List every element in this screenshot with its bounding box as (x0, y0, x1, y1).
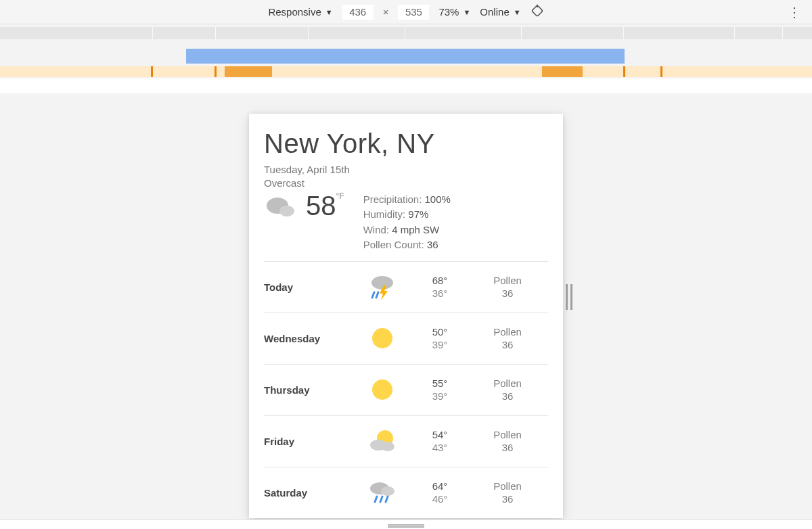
forecast-day: Wednesday (264, 333, 352, 344)
precip-label: Precipitation: (363, 193, 422, 205)
chevron-down-icon: ▼ (463, 8, 470, 16)
ruler-tick (308, 27, 309, 39)
forecast-sunny-icon (352, 375, 413, 405)
forecast-day: Today (264, 281, 352, 293)
pollen-count-label: Pollen Count: (363, 239, 424, 250)
svg-point-8 (372, 328, 392, 348)
network-select[interactable]: Online ▼ (480, 6, 520, 18)
forecast-day: Friday (264, 436, 352, 447)
kebab-icon: ⋮ (788, 5, 801, 20)
resize-handle-right[interactable] (566, 284, 572, 310)
media-query-segment[interactable] (225, 66, 272, 77)
wind-label: Wind: (363, 224, 389, 235)
svg-point-3 (279, 206, 294, 216)
svg-line-15 (375, 497, 377, 502)
forecast-pollen-label: Pollen (467, 325, 548, 339)
forecast-pollen-label: Pollen (467, 377, 548, 390)
more-options-button[interactable]: ⋮ (788, 4, 801, 20)
overcast-icon (264, 192, 299, 224)
forecast-row[interactable]: Friday54°43°Pollen36 (264, 415, 548, 467)
forecast-pollen-value: 36 (467, 492, 548, 506)
media-query-tick[interactable] (660, 66, 662, 77)
forecast-pollen-value: 36 (467, 287, 548, 300)
humidity-label: Humidity: (363, 208, 406, 220)
ruler-tick (734, 27, 735, 39)
location-title: New York, NY (264, 129, 548, 159)
device-toolbar: Responsive ▼ × 73% ▼ Online ▼ ⋮ (0, 0, 812, 24)
forecast-low: 46° (413, 492, 467, 506)
media-query-tick[interactable] (215, 66, 217, 77)
forecast-row[interactable]: Saturday64°46°Pollen36 (264, 467, 548, 518)
height-input[interactable] (398, 5, 429, 20)
media-query-bar-max[interactable] (186, 49, 625, 64)
forecast-pollen-value: 36 (467, 390, 548, 403)
wind-value: 4 mph SW (392, 224, 439, 235)
device-select[interactable]: Responsive ▼ (268, 6, 332, 18)
dimensions-group: × (342, 5, 430, 20)
svg-point-12 (381, 442, 394, 451)
forecast-high: 64° (413, 480, 467, 493)
current-stats: Precipitation: 100% Humidity: 97% Wind: … (363, 192, 451, 253)
ruler-scale[interactable] (0, 27, 812, 39)
forecast-pollen-value: 36 (467, 338, 548, 352)
svg-line-7 (376, 292, 378, 298)
condition-text: Overcast (264, 177, 548, 190)
forecast-day: Saturday (264, 487, 352, 499)
pollen-count-value: 36 (427, 239, 438, 250)
forecast-low: 43° (413, 441, 467, 455)
media-query-bar-min[interactable] (0, 66, 812, 77)
zoom-label: 73% (438, 6, 459, 18)
ruler-tick (521, 27, 522, 39)
viewport-area: New York, NY Tuesday, April 15th Overcas… (0, 93, 812, 520)
forecast-row[interactable]: Today68°36°Pollen36 (264, 261, 548, 313)
forecast-partly-cloudy-icon (352, 426, 413, 456)
drawer-drag-handle[interactable] (0, 520, 812, 529)
forecast-low: 39° (413, 338, 467, 352)
media-query-segment[interactable] (542, 66, 583, 77)
weather-card: New York, NY Tuesday, April 15th Overcas… (249, 114, 563, 518)
forecast-low: 39° (413, 390, 467, 403)
rotate-icon (531, 4, 544, 20)
device-frame: New York, NY Tuesday, April 15th Overcas… (249, 114, 563, 518)
chevron-down-icon: ▼ (514, 8, 521, 16)
svg-line-6 (372, 292, 374, 298)
forecast-row[interactable]: Thursday55°39°Pollen36 (264, 364, 548, 415)
forecast-high: 68° (413, 274, 467, 288)
svg-point-14 (381, 486, 394, 496)
ruler-tick (782, 27, 783, 39)
forecast-showers-icon (352, 478, 413, 507)
forecast-storm-icon (352, 272, 413, 302)
forecast-pollen-label: Pollen (467, 274, 548, 288)
network-label: Online (480, 6, 509, 18)
ruler-tick (152, 27, 153, 39)
svg-line-16 (380, 497, 382, 502)
forecast-high: 54° (413, 428, 467, 442)
precip-value: 100% (425, 193, 451, 205)
current-temp: 58 (306, 191, 336, 221)
forecast-pollen-label: Pollen (467, 428, 548, 442)
forecast-pollen-value: 36 (467, 441, 548, 455)
humidity-value: 97% (408, 208, 428, 220)
forecast-list: Today68°36°Pollen36Wednesday50°39°Pollen… (264, 261, 548, 518)
temp-unit: °F (336, 189, 344, 201)
forecast-sunny-icon (352, 323, 413, 353)
rotate-button[interactable] (531, 4, 544, 20)
ruler-tick (405, 27, 405, 39)
media-query-tick[interactable] (151, 66, 153, 77)
dimension-separator: × (378, 6, 394, 18)
zoom-select[interactable]: 73% ▼ (438, 6, 470, 18)
svg-point-4 (371, 276, 393, 290)
media-query-tick[interactable] (623, 66, 625, 77)
forecast-high: 55° (413, 377, 467, 390)
forecast-row[interactable]: Wednesday50°39°Pollen36 (264, 313, 548, 364)
forecast-pollen-label: Pollen (467, 480, 548, 493)
width-input[interactable] (342, 5, 374, 20)
forecast-high: 50° (413, 325, 467, 339)
forecast-day: Thursday (264, 384, 352, 396)
chevron-down-icon: ▼ (325, 8, 333, 16)
device-select-label: Responsive (268, 6, 321, 18)
date-text: Tuesday, April 15th (264, 163, 548, 177)
svg-point-9 (372, 380, 392, 400)
forecast-low: 36° (413, 287, 467, 300)
ruler-tick (215, 27, 216, 39)
